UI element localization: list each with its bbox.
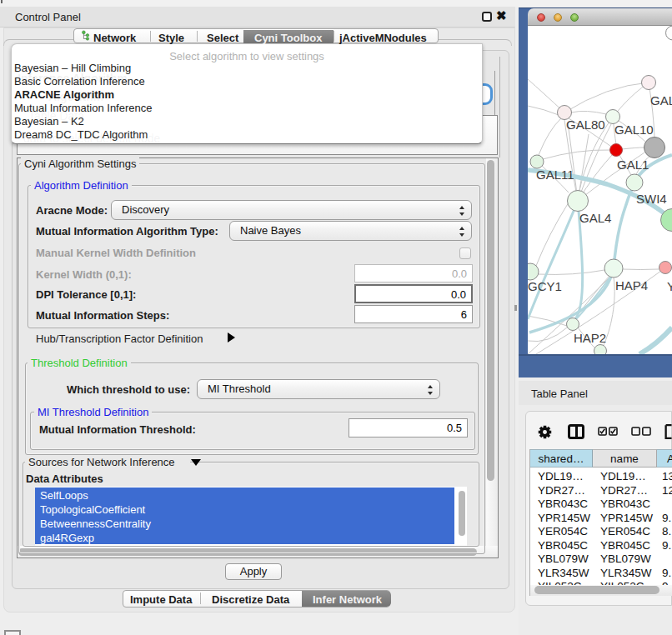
svg-text:GAL: GAL	[650, 93, 672, 108]
svg-text:GAL1: GAL1	[617, 158, 649, 172]
svg-text:GAL10: GAL10	[614, 122, 654, 137]
svg-text:HAP2: HAP2	[574, 331, 606, 345]
svg-text:GAL4: GAL4	[579, 211, 611, 225]
svg-text:Y: Y	[667, 279, 672, 293]
svg-text:GAL11: GAL11	[536, 168, 574, 182]
svg-text:HAP4: HAP4	[615, 278, 648, 292]
svg-text:GAL80: GAL80	[566, 118, 605, 132]
svg-text:SWI4: SWI4	[636, 192, 667, 206]
svg-text:GCY1: GCY1	[528, 279, 562, 293]
